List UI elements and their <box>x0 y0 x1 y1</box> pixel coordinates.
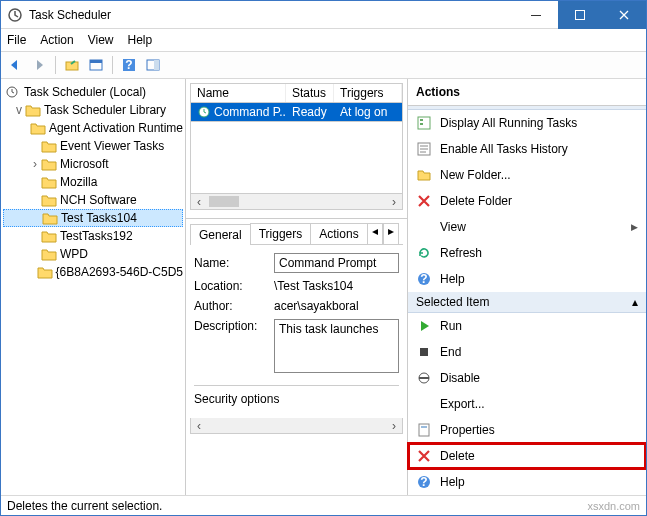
col-status[interactable]: Status <box>286 84 334 102</box>
help-icon: ? <box>416 271 432 287</box>
tree-item-label: WPD <box>60 247 88 261</box>
menu-view[interactable]: View <box>88 33 114 47</box>
action-label: Delete <box>440 449 475 463</box>
task-list: Name Status Triggers Command P... Ready … <box>186 79 407 219</box>
help-button[interactable]: ? <box>119 55 139 75</box>
collapse-icon[interactable]: v <box>13 103 25 117</box>
col-triggers[interactable]: Triggers <box>334 84 402 102</box>
scheduler-icon <box>5 85 21 99</box>
action-help[interactable]: ?Help <box>408 266 646 292</box>
expand-icon[interactable]: › <box>29 157 41 171</box>
tree-item[interactable]: Event Viewer Tasks <box>3 137 183 155</box>
show-hide-console-button[interactable] <box>86 55 106 75</box>
menu-file[interactable]: File <box>7 33 26 47</box>
action-label: Run <box>440 319 462 333</box>
forward-button[interactable] <box>29 55 49 75</box>
name-field[interactable]: Command Prompt <box>274 253 399 273</box>
toolbar: ? <box>1 51 646 79</box>
action-label: Enable All Tasks History <box>440 142 568 156</box>
tab-actions[interactable]: Actions <box>310 223 367 244</box>
scroll-thumb[interactable] <box>209 196 239 207</box>
tree-library-label: Task Scheduler Library <box>44 103 166 117</box>
center-pane: Name Status Triggers Command P... Ready … <box>186 79 408 495</box>
svg-rect-13 <box>420 119 423 121</box>
detail-tabs: General Triggers Actions ◂ ▸ <box>190 223 403 245</box>
status-bar: Deletes the current selection. xsxdn.com <box>1 495 646 515</box>
back-button[interactable] <box>5 55 25 75</box>
tree-item-label: Event Viewer Tasks <box>60 139 164 153</box>
scroll-right-icon[interactable]: › <box>386 418 402 433</box>
tree-item-label: Test Tasks104 <box>61 211 137 225</box>
up-button[interactable] <box>62 55 82 75</box>
hist-icon <box>416 141 432 157</box>
scroll-right-icon[interactable]: › <box>386 194 402 209</box>
tree-item[interactable]: NCH Software <box>3 191 183 209</box>
list-empty <box>190 122 403 194</box>
selected-item-label: Selected Item <box>416 295 489 309</box>
action-view[interactable]: View▶ <box>408 214 646 240</box>
list-hscroll[interactable]: ‹ › <box>190 194 403 210</box>
tree-item[interactable]: WPD <box>3 245 183 263</box>
action-label: Refresh <box>440 246 482 260</box>
tree-item[interactable]: Agent Activation Runtime <box>3 119 183 137</box>
action-new-folder[interactable]: New Folder... <box>408 162 646 188</box>
menu-action[interactable]: Action <box>40 33 73 47</box>
collapse-icon[interactable]: ▴ <box>632 295 638 309</box>
svg-rect-1 <box>531 15 541 16</box>
action-end[interactable]: End <box>408 339 646 365</box>
action-delete[interactable]: Delete <box>408 443 646 469</box>
scroll-left-icon[interactable]: ‹ <box>191 194 207 209</box>
folder-icon <box>41 175 57 189</box>
window-title: Task Scheduler <box>29 8 514 22</box>
task-row[interactable]: Command P... Ready At log on <box>190 103 403 122</box>
action-export[interactable]: Export... <box>408 391 646 417</box>
tasks-icon <box>416 115 432 131</box>
menu-help[interactable]: Help <box>128 33 153 47</box>
col-name[interactable]: Name <box>191 84 286 102</box>
cell-status: Ready <box>286 103 334 121</box>
maximize-button[interactable] <box>558 1 602 29</box>
location-value: \Test Tasks104 <box>274 279 399 293</box>
tree-item[interactable]: {6B8A2693-546D-C5D5 <box>3 263 183 281</box>
description-field[interactable]: This task launches <box>274 319 399 373</box>
action-label: End <box>440 345 461 359</box>
action-properties[interactable]: Properties <box>408 417 646 443</box>
folder-icon <box>41 139 57 153</box>
view-icon <box>416 219 432 235</box>
svg-text:?: ? <box>420 475 427 489</box>
disable-icon <box>416 370 432 386</box>
minimize-button[interactable] <box>514 1 558 29</box>
action-delete-folder[interactable]: Delete Folder <box>408 188 646 214</box>
tab-general[interactable]: General <box>190 224 251 245</box>
tree-item[interactable]: Test Tasks104 <box>3 209 183 227</box>
action-display-all-running-tasks[interactable]: Display All Running Tasks <box>408 110 646 136</box>
action-disable[interactable]: Disable <box>408 365 646 391</box>
tree-root[interactable]: Task Scheduler (Local) <box>3 83 183 101</box>
close-button[interactable] <box>602 1 646 29</box>
svg-text:?: ? <box>125 58 132 72</box>
tab-scroll-left[interactable]: ◂ <box>367 223 383 244</box>
scroll-left-icon[interactable]: ‹ <box>191 418 207 433</box>
tab-scroll-right[interactable]: ▸ <box>383 223 399 244</box>
tree-item[interactable]: ›Microsoft <box>3 155 183 173</box>
folder-icon <box>416 167 432 183</box>
folder-icon <box>41 247 57 261</box>
author-value: acer\sayakboral <box>274 299 399 313</box>
action-refresh[interactable]: Refresh <box>408 240 646 266</box>
tab-triggers[interactable]: Triggers <box>250 223 312 244</box>
tree-item[interactable]: Mozilla <box>3 173 183 191</box>
tree-item-label: NCH Software <box>60 193 137 207</box>
tree-library[interactable]: v Task Scheduler Library <box>3 101 183 119</box>
svg-text:?: ? <box>420 272 427 286</box>
security-options: Security options <box>194 385 399 406</box>
action-run[interactable]: Run <box>408 313 646 339</box>
actions-section-selected: Selected Item ▴ <box>408 292 646 313</box>
detail-hscroll[interactable]: ‹ › <box>190 418 403 434</box>
action-label: Export... <box>440 397 485 411</box>
svg-rect-9 <box>154 60 159 70</box>
folder-icon <box>30 121 46 135</box>
action-enable-all-tasks-history[interactable]: Enable All Tasks History <box>408 136 646 162</box>
show-actions-button[interactable] <box>143 55 163 75</box>
action-help[interactable]: ?Help <box>408 469 646 495</box>
tree-item[interactable]: TestTasks192 <box>3 227 183 245</box>
